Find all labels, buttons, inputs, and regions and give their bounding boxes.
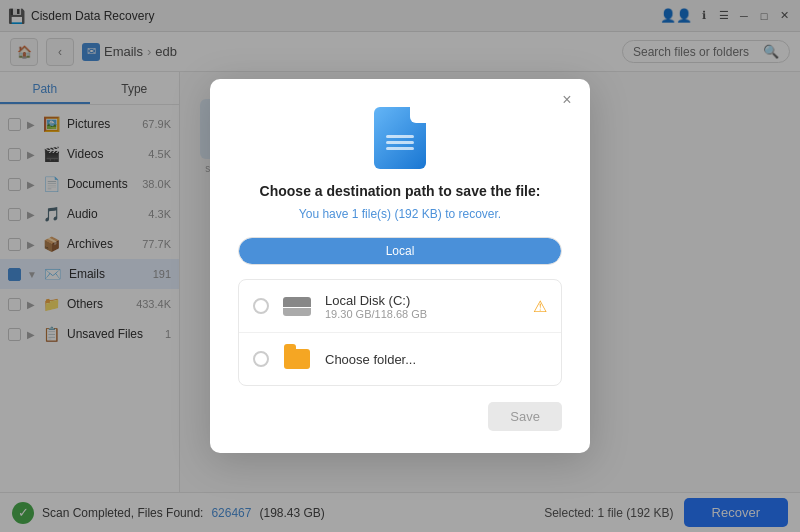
file-icon-lines bbox=[386, 135, 414, 150]
folder-visual bbox=[284, 349, 310, 369]
local-disk-radio[interactable] bbox=[253, 298, 269, 314]
file-line-1 bbox=[386, 135, 414, 138]
disk-top bbox=[283, 297, 311, 307]
modal-option-local-disk[interactable]: Local Disk (C:) 19.30 GB/118.68 GB ⚠ bbox=[239, 280, 561, 333]
modal-tabs: Local bbox=[238, 237, 562, 265]
subtitle-post: to recover. bbox=[442, 207, 501, 221]
modal-footer: Save bbox=[238, 402, 562, 431]
file-line-3 bbox=[386, 147, 414, 150]
modal-file-icon-container bbox=[238, 107, 562, 169]
save-dialog: × Choose a destination path to save the … bbox=[210, 79, 590, 453]
modal-options: Local Disk (C:) 19.30 GB/118.68 GB ⚠ Cho… bbox=[238, 279, 562, 386]
modal-title: Choose a destination path to save the fi… bbox=[238, 183, 562, 199]
subtitle-pre: You have bbox=[299, 207, 352, 221]
folder-radio[interactable] bbox=[253, 351, 269, 367]
disk-icon bbox=[279, 292, 315, 320]
modal-file-icon bbox=[374, 107, 426, 169]
disk-info: Local Disk (C:) 19.30 GB/118.68 GB bbox=[325, 293, 523, 320]
modal-close-button[interactable]: × bbox=[556, 89, 578, 111]
modal-tab-local[interactable]: Local bbox=[239, 238, 561, 264]
disk-size: 19.30 GB/118.68 GB bbox=[325, 308, 523, 320]
modal-overlay: × Choose a destination path to save the … bbox=[0, 0, 800, 532]
subtitle-files: 1 file(s) (192 KB) bbox=[352, 207, 442, 221]
folder-info: Choose folder... bbox=[325, 352, 547, 367]
disk-bottom bbox=[283, 308, 311, 316]
folder-name: Choose folder... bbox=[325, 352, 547, 367]
folder-icon bbox=[279, 345, 315, 373]
disk-name: Local Disk (C:) bbox=[325, 293, 523, 308]
warning-icon: ⚠ bbox=[533, 297, 547, 316]
file-line-2 bbox=[386, 141, 414, 144]
modal-option-choose-folder[interactable]: Choose folder... bbox=[239, 333, 561, 385]
modal-save-button[interactable]: Save bbox=[488, 402, 562, 431]
modal-subtitle: You have 1 file(s) (192 KB) to recover. bbox=[238, 207, 562, 221]
disk-visual bbox=[283, 297, 311, 316]
